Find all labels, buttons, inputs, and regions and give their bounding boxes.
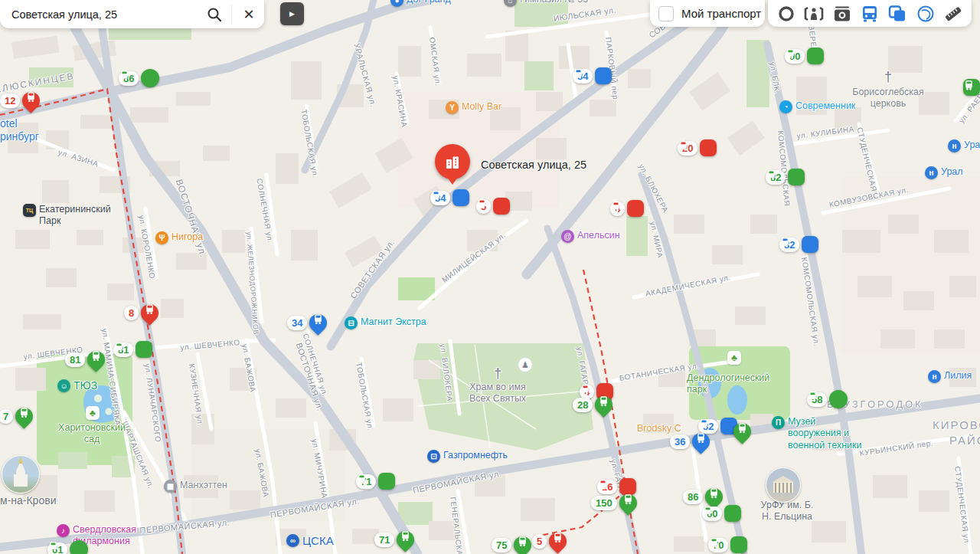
poi-label[interactable]: ▦Манхэттен	[164, 480, 227, 493]
transit-stop-badge[interactable]: 71	[374, 531, 414, 549]
transit-stop-badge[interactable]	[963, 79, 980, 96]
poi-label[interactable]: otel ринбург	[0, 117, 39, 143]
poi-label[interactable]: УрФУ им. Б. Н. Ельцина	[761, 500, 814, 523]
transit-stop-badge[interactable]: 81	[113, 341, 152, 358]
transit-stop-badge[interactable]: 4	[610, 200, 644, 217]
route-number: 5	[532, 534, 547, 549]
search-icon[interactable]	[199, 2, 230, 28]
search-input[interactable]	[10, 8, 199, 21]
transit-stop-badge[interactable]: 12	[0, 92, 40, 110]
transit-stop-badge[interactable]: 60	[702, 505, 741, 522]
transit-stop-badge[interactable]: 8	[124, 304, 158, 322]
poi-label[interactable]: нУрал	[948, 139, 980, 152]
route-number: 12	[0, 93, 20, 108]
transit-stop-badge[interactable]: 20	[678, 139, 717, 156]
district-label: РАЙОН	[949, 434, 980, 447]
map-canvas[interactable]: ЧЕЛЮСКИНЦЕВУРАЛЬСКАЯ ул.ОМСКАЯ ул.ПАРКОВ…	[0, 0, 980, 554]
bus-marker-icon	[394, 527, 419, 552]
poi-label[interactable]: ●Дог Гранд	[390, 0, 451, 7]
route-number: 36	[670, 434, 690, 449]
poi-label[interactable]: ◔Современник	[779, 100, 855, 113]
transit-stop-badge[interactable]	[733, 423, 751, 441]
bus-marker-icon	[689, 429, 714, 454]
transit-stop-badge[interactable]: 28	[573, 396, 612, 414]
poi-text: otel ринбург	[0, 117, 39, 143]
transit-stop-badge[interactable]: 70	[708, 536, 747, 553]
tram-marker-icon	[19, 88, 44, 113]
poi-label[interactable]: †Борисоглебская церковь	[852, 70, 924, 110]
map-toolbar	[768, 0, 972, 27]
building-icon	[443, 152, 462, 171]
transit-stop-badge[interactable]: 58	[807, 390, 848, 408]
bus-marker-icon	[306, 310, 332, 336]
poi-label[interactable]: ⊡Газпромнефть	[427, 450, 508, 463]
transit-stop-badge[interactable]: 5	[476, 198, 510, 215]
photos-icon[interactable]	[831, 2, 854, 25]
bus-marker-icon	[724, 505, 741, 522]
transit-stop-badge[interactable]: 81	[65, 351, 105, 369]
bus-marker-icon	[141, 69, 159, 87]
poi-text: Гимназия № 35	[520, 0, 588, 5]
route-number: 81	[65, 352, 85, 367]
transit-stop-badge[interactable]: 75	[492, 536, 531, 554]
close-icon[interactable]: ✕	[234, 2, 264, 28]
route-number: 34	[287, 316, 307, 330]
transit-stop-badge[interactable]: 36	[670, 433, 710, 451]
cross-icon: †	[494, 365, 502, 382]
transit-stop-badge[interactable]: 34	[430, 189, 469, 206]
building-icon: ▦	[164, 480, 177, 493]
transit-stop-badge[interactable]: 32	[779, 236, 818, 253]
transit-stop-badge[interactable]: 90	[785, 48, 824, 64]
traffic-icon[interactable]	[775, 2, 798, 25]
poi-text: Дог Гранд	[407, 0, 451, 5]
expand-sidebar-button[interactable]: ▶	[280, 2, 304, 25]
ruler-icon[interactable]	[942, 2, 965, 25]
poi-label[interactable]: Храм во имя Всех Святых	[469, 382, 526, 405]
bus-marker-icon	[592, 392, 617, 418]
transit-stop-badge[interactable]: 34	[573, 67, 612, 84]
poi-text: Molly Bar	[462, 101, 501, 113]
transit-stop-badge[interactable]: 82	[766, 169, 805, 185]
poi-label[interactable]: Харитоновский сад	[58, 422, 126, 446]
poi-text: ЦСКА	[302, 534, 334, 548]
church-photo[interactable]	[2, 455, 40, 493]
district-label: КИРОВСКИЙ	[933, 418, 980, 431]
transit-stop-badge[interactable]: 5	[532, 533, 567, 550]
transit-stop-badge[interactable]: 86	[119, 69, 159, 87]
poi-label[interactable]: нУрал	[925, 166, 963, 179]
photo-sphere-icon[interactable]	[914, 2, 937, 25]
poi-label[interactable]: ТЦЕкатерининский Парк	[23, 204, 111, 228]
mall-icon: ТЦ	[23, 204, 36, 217]
poi-label[interactable]: ⌂Гимназия № 35	[504, 0, 588, 7]
poi-label[interactable]: нЛилия	[928, 370, 972, 383]
poi-label[interactable]: ⊟Магнит Экстра	[345, 316, 426, 329]
transit-stop-badge[interactable]: 150	[591, 494, 637, 512]
poi-label[interactable]: ПМузей вооружения и военной техники	[772, 416, 861, 451]
poi-text: ТЮЗ	[74, 379, 97, 392]
poi-text: Манхэттен	[180, 480, 227, 491]
poi-label[interactable]: YMolly Bar	[446, 101, 501, 114]
poi-text: м-на-Крови	[0, 494, 56, 507]
transit-stop-badge[interactable]: 61	[47, 540, 88, 554]
university-photo[interactable]	[766, 467, 801, 503]
poi-label[interactable]: @Апельсин	[561, 230, 620, 243]
bar-icon: Y	[446, 101, 459, 114]
transit-stop-badge[interactable]: 7	[0, 408, 33, 425]
poi-label[interactable]: ∞ЦСКА	[286, 534, 334, 548]
panoramas-icon[interactable]	[802, 2, 825, 25]
transport-icon[interactable]	[858, 2, 881, 25]
my-transport-checkbox[interactable]	[658, 6, 674, 21]
transit-stop-badge[interactable]: 71	[356, 473, 395, 490]
poi-label[interactable]: Дендрологический парк	[687, 372, 769, 396]
route-number: 150	[591, 496, 617, 510]
poi-label[interactable]: ΨНигора	[155, 231, 203, 244]
transit-stop-badge[interactable]: 86	[683, 488, 723, 506]
cart-icon: ⊟	[345, 316, 358, 329]
poi-label[interactable]: м-на-Крови	[0, 494, 56, 507]
layers-icon[interactable]	[886, 2, 909, 25]
bus-marker-icon	[595, 67, 612, 84]
my-transport-panel: Мой транспорт	[650, 0, 765, 27]
transit-stop-badge[interactable]: 34	[287, 314, 327, 332]
destination-pin[interactable]	[435, 144, 470, 185]
poi-label[interactable]: ☺ТЮЗ	[57, 379, 97, 392]
